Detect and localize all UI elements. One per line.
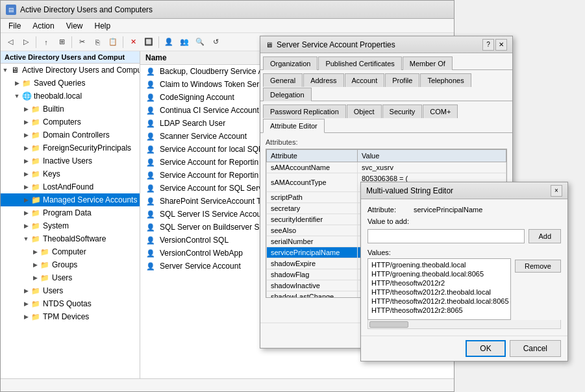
list-item-label: Scanner Service Account <box>160 132 247 141</box>
tab-delegation[interactable]: Delegation <box>263 88 312 101</box>
add-button[interactable]: Add <box>529 229 561 243</box>
menu-help[interactable]: Help <box>90 20 116 32</box>
copy-button[interactable]: ⎘ <box>90 35 105 49</box>
tree-item-theobaldsoftware[interactable]: ▼ 📁 TheobaldSoftware <box>1 232 140 245</box>
dialog-controls: ? ✕ <box>482 39 507 51</box>
tab-container: Organization Published Certificates Memb… <box>260 53 512 133</box>
list-item[interactable]: HTTP/groening.theobald.local <box>369 260 509 269</box>
filter-button[interactable]: 🔍 <box>193 35 207 49</box>
tree-item-program-data[interactable]: ▶ 📁 Program Data <box>1 206 140 219</box>
tree-toggle[interactable]: ▶ <box>31 247 40 256</box>
tree-toggle[interactable]: ▶ <box>21 156 31 165</box>
tree-item-computer[interactable]: ▶ 📁 Computer <box>1 245 140 258</box>
tab-address[interactable]: Address <box>303 73 343 87</box>
value-input[interactable] <box>367 229 525 243</box>
properties-button[interactable]: 🔲 <box>142 35 156 49</box>
tree-item-groups[interactable]: ▶ 📁 Groups <box>1 258 140 271</box>
tab-com[interactable]: COM+ <box>423 104 458 118</box>
list-item[interactable]: HTTP/theosoftw2012r2 <box>369 278 509 288</box>
close-button[interactable]: ✕ <box>495 39 507 51</box>
tree-toggle[interactable]: ▶ <box>21 104 31 114</box>
tab-profile[interactable]: Profile <box>385 73 419 87</box>
tab-password-replication[interactable]: Password Replication <box>263 104 346 118</box>
multival-body: Attribute: servicePrincipalName Value to… <box>361 199 567 336</box>
tree-toggle[interactable]: ▶ <box>21 143 31 153</box>
new-user-button[interactable]: 👤 <box>162 35 176 49</box>
tree-item-keys[interactable]: ▶ 📁 Keys <box>1 167 140 180</box>
tree-toggle[interactable]: ▶ <box>21 130 31 140</box>
tree-toggle[interactable]: ▶ <box>12 79 21 88</box>
multival-ok-button[interactable]: OK <box>466 340 505 357</box>
tree-item-managed-service-accounts[interactable]: ▶ 📁 Managed Service Accounts <box>1 193 140 206</box>
multival-close-button[interactable]: × <box>551 185 562 197</box>
tree-item-ntds-quotas[interactable]: ▶ 📁 NTDS Quotas <box>1 297 140 310</box>
properties-title-icon: 🖥 <box>266 41 273 49</box>
folder-icon: 📁 <box>31 299 41 309</box>
tree-item-domain-controllers[interactable]: ▶ 📁 Domain Controllers <box>1 129 140 141</box>
tab-security[interactable]: Security <box>382 104 423 118</box>
menu-action[interactable]: Action <box>27 20 59 32</box>
tree-toggle[interactable]: ▶ <box>21 312 31 321</box>
tree-item-system[interactable]: ▶ 📁 System <box>1 219 140 232</box>
tree-toggle[interactable]: ▶ <box>31 260 40 269</box>
tree-item-users[interactable]: ▶ 📁 Users <box>1 284 140 297</box>
tree-label: theobald.local <box>34 92 82 101</box>
tree-item-tpm-devices[interactable]: ▶ 📁 TPM Devices <box>1 310 140 323</box>
tree-label: NTDS Quotas <box>43 299 92 308</box>
list-item[interactable]: HTTP/theosoftw2012r2:8065 <box>369 306 509 315</box>
paste-button[interactable]: 📋 <box>106 35 120 49</box>
back-button[interactable]: ◁ <box>3 35 18 49</box>
show-tree-button[interactable]: ⊞ <box>55 35 69 49</box>
tab-general[interactable]: General <box>263 73 303 87</box>
remove-button[interactable]: Remove <box>515 260 561 273</box>
forward-button[interactable]: ▷ <box>19 35 33 49</box>
tree-toggle[interactable]: ▼ <box>12 92 21 101</box>
tab-object[interactable]: Object <box>347 104 382 118</box>
tree-toggle[interactable]: ▶ <box>21 221 31 230</box>
attr-cell: secretary <box>267 203 358 214</box>
cut-button[interactable]: ✂ <box>75 35 89 49</box>
tab-telephones[interactable]: Telephones <box>420 73 471 87</box>
list-item[interactable]: HTTP/theosoftw2012r2.theobald.local:8065 <box>369 297 509 306</box>
list-item[interactable]: HTTP/theosoftw2012r2.theobald.local <box>369 288 509 297</box>
scrollbar-row <box>367 320 561 329</box>
tree-toggle[interactable]: ▶ <box>21 182 31 191</box>
tab-member-of[interactable]: Member Of <box>403 56 453 70</box>
list-item-label: SharePoint ServiceAccount T <box>160 197 262 206</box>
tree-toggle[interactable]: ▶ <box>21 195 31 204</box>
tree-item-inactive-users[interactable]: ▶ 📁 Inactive Users <box>1 154 140 167</box>
scrollbar-thumb[interactable] <box>369 321 408 328</box>
tree-item-foreign-security[interactable]: ▶ 📁 ForeignSecurityPrincipals <box>1 141 140 154</box>
tree-item-lostandfound[interactable]: ▶ 📁 LostAndFound <box>1 180 140 193</box>
tree-toggle[interactable]: ▶ <box>31 273 40 282</box>
up-button[interactable]: ↑ <box>39 35 53 49</box>
tree-toggle[interactable]: ▶ <box>21 299 31 308</box>
delete-button[interactable]: ✕ <box>126 35 140 49</box>
tree-toggle[interactable]: ▶ <box>21 169 31 178</box>
refresh-button[interactable]: ↺ <box>208 35 223 49</box>
tree-item-theobald[interactable]: ▼ 🌐 theobald.local <box>1 90 140 103</box>
tree-toggle[interactable]: ▼ <box>21 234 31 243</box>
tree-item-builtin[interactable]: ▶ 📁 Builtin <box>1 103 140 116</box>
tree-toggle[interactable]: ▼ <box>1 66 10 75</box>
tab-published-certs[interactable]: Published Certificates <box>318 56 401 70</box>
tree-toggle[interactable]: ▶ <box>21 286 31 295</box>
tree-item-users-sub[interactable]: ▶ 📁 Users <box>1 271 140 284</box>
tree-toggle[interactable]: ▶ <box>21 208 31 217</box>
menu-view[interactable]: View <box>61 20 88 32</box>
multival-cancel-button[interactable]: Cancel <box>510 340 561 357</box>
tree-toggle[interactable]: ▶ <box>21 117 31 127</box>
tab-account[interactable]: Account <box>345 73 385 87</box>
service-account-icon: 👤 <box>145 209 156 219</box>
list-item[interactable]: HTTP/groening.theobald.local:8065 <box>369 269 509 278</box>
tree-item-root[interactable]: ▼ 🖥 Active Directory Users and Comput <box>1 64 140 77</box>
tree-item-saved-queries[interactable]: ▶ 📁 Saved Queries <box>1 77 140 90</box>
tree-item-computers[interactable]: ▶ 📁 Computers <box>1 116 140 129</box>
tab-attribute-editor[interactable]: Attribute Editor <box>263 119 325 133</box>
table-row[interactable]: sAMAccountNamesvc_xusrv <box>267 162 506 173</box>
tab-organization[interactable]: Organization <box>263 56 317 70</box>
folder-icon: 📁 <box>31 312 41 322</box>
help-button[interactable]: ? <box>482 39 494 51</box>
new-group-button[interactable]: 👥 <box>177 35 192 49</box>
menu-file[interactable]: File <box>3 20 26 32</box>
